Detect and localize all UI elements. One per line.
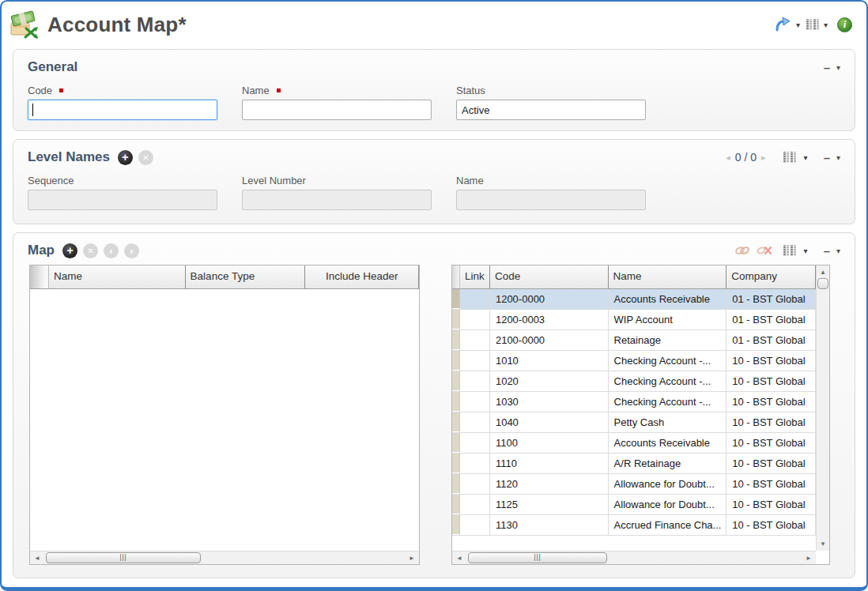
status-field: Status [456,85,646,120]
level-names-columns-caret-icon[interactable]: ▾ [804,153,808,162]
column-header-name[interactable]: Name [49,265,186,288]
sequence-label: Sequence [28,175,217,186]
cell-link [460,495,490,514]
scroll-up-icon[interactable]: ▲ [820,269,826,276]
cell-link [460,412,490,432]
collapse-level-names-icon[interactable]: – [824,152,830,164]
scroll-left-icon[interactable]: ◄ [456,555,462,562]
link-icon[interactable] [734,245,750,256]
cell-name: WIP Account [609,310,727,329]
left-grid-body[interactable] [30,289,419,551]
cell-link [460,454,490,473]
add-map-button[interactable]: + [62,243,77,258]
navigate-caret-icon[interactable]: ▾ [796,21,800,29]
level-name-label: Name [456,175,646,186]
collapse-map-icon[interactable]: – [824,245,830,257]
row-selector[interactable] [452,289,460,309]
column-header-balance-type[interactable]: Balance Type [186,265,306,288]
add-level-button[interactable]: + [118,150,133,165]
move-right-button[interactable]: › [124,243,139,258]
cell-name: Accrued Finance Cha... [609,515,727,535]
scrollbar-thumb[interactable]: ||| [46,552,201,563]
columns-caret-icon[interactable]: ▾ [824,21,828,29]
delete-level-button[interactable]: ✕ [138,150,153,165]
cell-name: A/R Retainage [609,454,727,473]
name-input[interactable] [242,100,432,120]
map-columns-caret-icon[interactable]: ▾ [804,247,808,255]
scroll-down-icon[interactable]: ▼ [820,540,826,548]
table-row[interactable]: 1120Allowance for Doubt...10 - BST Globa… [452,474,816,495]
columns-icon[interactable] [806,19,819,30]
left-grid-hscrollbar[interactable]: ◄ ||| ► [30,551,419,564]
column-header-link[interactable]: Link [460,265,490,288]
level-names-panel: Level Names + ✕ ◂ 0 / 0 ▸ ▾ – ▾ Sequence [13,139,855,224]
row-selector[interactable] [452,371,460,391]
row-selector[interactable] [452,433,460,453]
row-selector[interactable] [452,392,460,412]
name-label: Name [242,85,432,96]
row-selector[interactable] [452,351,460,371]
level-names-section-title: Level Names [28,149,110,165]
status-input[interactable] [456,100,646,120]
row-selector[interactable] [452,474,460,494]
table-row[interactable]: 1100Accounts Receivable10 - BST Global [452,433,816,454]
row-selector[interactable] [452,330,460,350]
cell-code: 1010 [490,351,609,371]
map-left-grid: NameBalance TypeInclude Header ◄ ||| ► [29,265,420,565]
move-left-button[interactable]: ‹ [104,243,119,258]
right-grid-header: LinkCodeNameCompany [452,265,816,289]
general-menu-caret-icon[interactable]: ▾ [836,63,840,72]
cell-code: 1020 [490,371,609,391]
cell-company: 10 - BST Global [726,433,816,453]
code-input[interactable] [28,100,217,120]
row-selector[interactable] [452,310,460,329]
right-grid-body[interactable]: 1200-0000Accounts Receivable01 - BST Glo… [452,289,816,551]
column-header-include-header[interactable]: Include Header [305,265,419,288]
left-grid-header: NameBalance TypeInclude Header [30,265,419,289]
column-header-name[interactable]: Name [609,265,727,288]
cell-link [460,310,490,329]
collapse-general-icon[interactable]: – [824,62,830,73]
map-menu-caret-icon[interactable]: ▾ [836,247,840,255]
scroll-right-icon[interactable]: ► [409,555,415,562]
table-row[interactable]: 1110A/R Retainage10 - BST Global [452,454,816,474]
navigate-arrow-icon[interactable] [774,17,791,32]
column-header-code[interactable]: Code [490,265,609,288]
level-names-columns-icon[interactable] [783,152,796,163]
code-field: Code [28,85,217,120]
row-selector[interactable] [452,412,460,432]
right-grid-vscrollbar[interactable]: ▲ ▼ [816,265,829,551]
level-names-menu-caret-icon[interactable]: ▾ [836,153,840,162]
table-row[interactable]: 1020Checking Account -...10 - BST Global [452,371,816,392]
table-row[interactable]: 1200-0000Accounts Receivable01 - BST Glo… [452,289,816,310]
cell-link [460,392,490,412]
cell-company: 10 - BST Global [726,495,816,514]
column-header-company[interactable]: Company [726,265,816,288]
delete-map-button[interactable]: ✕ [83,243,98,258]
scroll-right-icon[interactable]: ► [806,555,812,562]
general-section-title: General [28,59,77,75]
table-row[interactable]: 1040Petty Cash10 - BST Global [452,412,816,433]
page-next-icon[interactable]: ▸ [761,152,766,163]
page-prev-icon[interactable]: ◂ [726,152,730,163]
table-row[interactable]: 1125Allowance for Doubt...10 - BST Globa… [452,495,816,515]
scroll-left-icon[interactable]: ◄ [34,555,40,562]
row-selector[interactable] [452,454,460,473]
cell-name: Checking Account -... [609,371,727,391]
map-columns-icon[interactable] [783,245,796,256]
info-icon[interactable]: i [837,17,852,32]
table-row[interactable]: 1010Checking Account -...10 - BST Global [452,351,816,371]
unlink-icon[interactable] [757,245,772,256]
titlebar-actions: ▾ ▾ i [774,17,852,32]
row-selector[interactable] [452,515,460,535]
scrollbar-thumb[interactable]: ||| [468,552,607,563]
row-selector[interactable] [452,495,460,514]
table-row[interactable]: 1030Checking Account -...10 - BST Global [452,392,816,412]
table-row[interactable]: 1200-0003WIP Account01 - BST Global [452,310,816,330]
table-row[interactable]: 1130Accrued Finance Cha...10 - BST Globa… [452,515,816,536]
cell-name: Retainage [609,330,727,350]
table-row[interactable]: 2100-0000Retainage01 - BST Global [452,330,816,351]
scrollbar-thumb[interactable] [817,278,828,289]
right-grid-hscrollbar[interactable]: ◄ ||| ► [452,551,816,564]
cell-link [460,289,490,309]
